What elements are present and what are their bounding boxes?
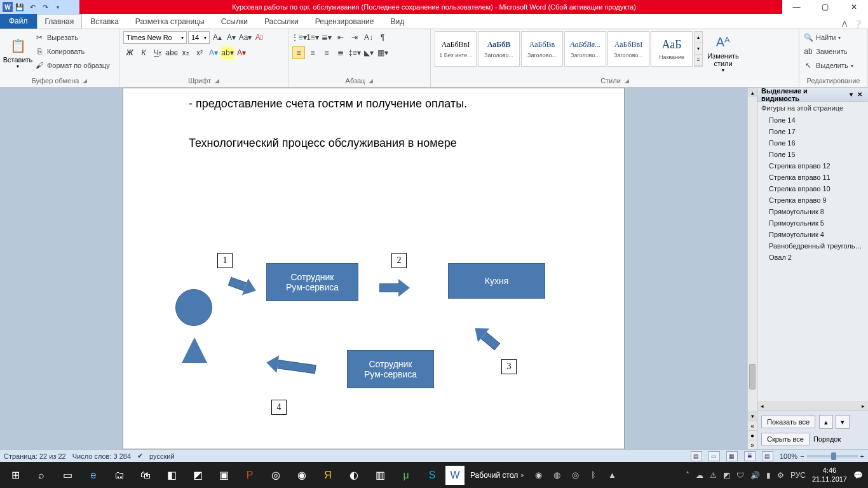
save-icon[interactable]: 💾 (14, 1, 25, 13)
zoom-slider[interactable] (807, 455, 858, 458)
search-button[interactable]: ⌕ (29, 463, 54, 488)
shape-rect-employee1[interactable]: Сотрудник Рум-сервиса (266, 263, 358, 301)
shading-button[interactable]: ◣▾ (362, 46, 375, 59)
tab-mailings[interactable]: Рассылки (256, 14, 307, 29)
cut-button[interactable]: ✂Вырезать (34, 31, 110, 44)
reorder-up-button[interactable]: ▴ (819, 415, 833, 429)
zoom-level[interactable]: 100% (780, 452, 797, 460)
draft-view-button[interactable]: ▤ (762, 451, 773, 461)
prev-page-icon[interactable]: « (748, 421, 757, 430)
list-item[interactable]: Стрелка вправо 12 (757, 160, 868, 172)
show-marks-button[interactable]: ¶ (376, 31, 389, 44)
tab-home[interactable]: Главная (37, 14, 83, 29)
scroll-thumb[interactable] (749, 364, 756, 390)
bullets-button[interactable]: ⋮≡▾ (292, 31, 305, 44)
shape-label-3[interactable]: 3 (501, 359, 517, 374)
yandex-icon[interactable]: Я (315, 463, 341, 488)
tray-icon[interactable]: ◉ (529, 463, 547, 488)
format-painter-button[interactable]: 🖌Формат по образцу (34, 59, 110, 72)
app-icon[interactable]: ▥ (367, 463, 393, 488)
file-tab[interactable]: Файл (0, 13, 37, 29)
replace-button[interactable]: abЗаменить (803, 45, 847, 58)
app-icon[interactable]: ▣ (211, 463, 236, 488)
sort-button[interactable]: A↓ (362, 31, 375, 44)
scroll-down-icon[interactable]: ▾ (748, 411, 757, 421)
selection-pane-dropdown-icon[interactable]: ▾ (846, 91, 855, 98)
shrink-font-button[interactable]: A▾ (225, 31, 238, 44)
change-styles-button[interactable]: Aᴬ Изменить стили ▾ (705, 31, 741, 73)
font-size-combo[interactable]: 14▾ (188, 31, 210, 44)
list-item[interactable]: Поле 16 (757, 137, 868, 149)
minimize-button[interactable]: — (782, 0, 811, 14)
increase-indent-button[interactable]: ⇥ (348, 31, 361, 44)
selection-pane-header[interactable]: Выделение и видимость ▾ ✕ (757, 88, 868, 102)
volume-icon[interactable]: 🔊 (750, 471, 760, 480)
tray-icon[interactable]: ⚙ (777, 471, 784, 480)
align-left-button[interactable]: ≡ (292, 46, 305, 59)
app-icon[interactable]: ◩ (185, 463, 210, 488)
proofing-icon[interactable]: ✔ (137, 452, 143, 460)
page-indicator[interactable]: Страница: 22 из 22 (4, 452, 66, 460)
selection-hscroll[interactable]: ◂▸ (757, 401, 868, 410)
justify-button[interactable]: ≣ (334, 46, 347, 59)
shape-arrow-4[interactable] (265, 354, 316, 379)
word-taskbar-icon[interactable]: W (445, 466, 465, 485)
app-icon[interactable]: ◎ (263, 463, 288, 488)
tray-expand-icon[interactable]: ˄ (686, 471, 689, 480)
network-icon[interactable]: ▮ (766, 471, 771, 480)
change-case-button[interactable]: Aa▾ (239, 31, 252, 44)
clipboard-dialog-launcher[interactable]: ◢ (83, 78, 87, 84)
qat-dropdown-icon[interactable]: ▾ (52, 1, 64, 13)
list-item[interactable]: Овал 2 (757, 252, 868, 263)
word-count[interactable]: Число слов: 3 284 (72, 452, 131, 460)
minimize-ribbon-icon[interactable]: ᐱ (842, 20, 847, 29)
list-item[interactable]: Поле 17 (757, 126, 868, 137)
list-item[interactable]: Стрелка вправо 11 (757, 172, 868, 183)
clear-format-button[interactable]: A⃠ (253, 31, 266, 44)
shape-label-2[interactable]: 2 (391, 253, 407, 268)
highlight-button[interactable]: ab▾ (221, 46, 234, 59)
tab-insert[interactable]: Вставка (82, 14, 127, 29)
show-all-button[interactable]: Показать все (761, 416, 815, 428)
edge-icon[interactable]: e (81, 463, 106, 488)
app-icon[interactable]: ◐ (341, 463, 367, 488)
shape-oval[interactable] (175, 289, 212, 326)
decrease-indent-button[interactable]: ⇤ (334, 31, 347, 44)
superscript-button[interactable]: x² (193, 46, 206, 59)
tray-icon[interactable]: ⚠ (710, 471, 717, 480)
app-icon[interactable]: ◧ (159, 463, 184, 488)
desktop-toolbar[interactable]: Рабочий стол » (465, 471, 529, 480)
shape-label-1[interactable]: 1 (217, 253, 233, 268)
font-color-button[interactable]: A▾ (235, 46, 248, 59)
fullscreen-view-button[interactable]: ▭ (709, 451, 720, 461)
tray-icon[interactable]: ◎ (566, 463, 584, 488)
selection-shapes-list[interactable]: Поле 14 Поле 17 Поле 16 Поле 15 Стрелка … (757, 114, 868, 401)
utorrent-icon[interactable]: μ (393, 463, 419, 488)
outline-view-button[interactable]: ≣ (744, 451, 756, 461)
tray-icon[interactable]: ▲ (603, 463, 621, 488)
redo-icon[interactable]: ↷ (39, 1, 51, 13)
chrome-icon[interactable]: ◉ (289, 463, 315, 488)
action-center-icon[interactable]: 💬 (853, 471, 863, 480)
numbering-button[interactable]: 1≡▾ (306, 31, 319, 44)
text-effects-button[interactable]: A▾ (207, 46, 220, 59)
tab-view[interactable]: Вид (382, 14, 412, 29)
vertical-scrollbar[interactable]: ▴ ▾ « ● » (747, 88, 757, 449)
bluetooth-icon[interactable]: ᛒ (585, 463, 602, 488)
borders-button[interactable]: ▦▾ (376, 46, 389, 59)
page[interactable]: - предоставление счета гостям и получени… (123, 88, 625, 449)
paragraph-dialog-launcher[interactable]: ◢ (369, 78, 373, 84)
style-item[interactable]: АаБбВвІ1 Без инте... (435, 31, 477, 67)
tray-icon[interactable]: ◍ (548, 463, 566, 488)
help-icon[interactable]: ❔ (853, 20, 863, 29)
tab-page-layout[interactable]: Разметка страницы (127, 14, 213, 29)
next-page-icon[interactable]: » (748, 440, 757, 449)
style-item[interactable]: АаБбВвЗаголово... (521, 31, 563, 67)
style-item[interactable]: АаБбВвІЗаголово... (607, 31, 649, 67)
shape-arrow-3[interactable] (469, 321, 503, 353)
document-area[interactable]: - предоставление счета гостям и получени… (0, 88, 747, 449)
scroll-up-icon[interactable]: ▴ (748, 88, 757, 97)
web-view-button[interactable]: ▦ (726, 451, 738, 461)
clock[interactable]: 4:46 21.11.2017 (812, 466, 847, 483)
scroll-track[interactable] (748, 97, 757, 411)
